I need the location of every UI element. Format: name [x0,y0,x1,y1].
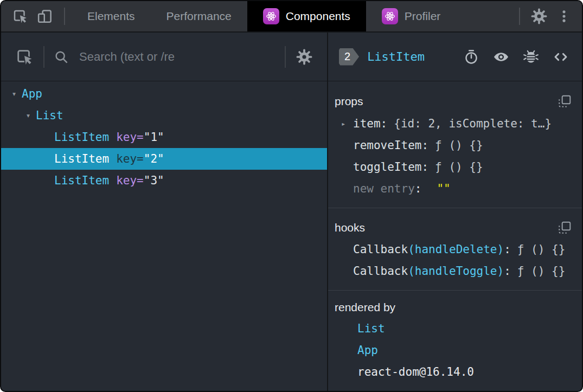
hook-row-handletoggle[interactable]: Callback(handleToggle): ƒ () {} [335,260,572,282]
colon: : [421,139,428,152]
new-entry-row[interactable]: new entry: "" [335,178,572,200]
react-logo-icon [263,8,279,24]
chevron-right-icon[interactable]: ▸ [341,119,353,128]
tab-label: Components [286,10,350,23]
toolbar-divider [519,8,520,25]
tab-components[interactable]: Components [247,1,366,31]
tree-row-listitem-1[interactable]: ListItem key= "1" [1,126,327,148]
colon: : [504,243,511,256]
prop-value: ƒ () {} [435,139,483,152]
prop-row-item[interactable]: ▸ item: {id: 2, isComplete: t…} [335,113,572,134]
component-name: List [36,109,63,122]
chevron-down-icon[interactable]: ▾ [7,89,22,99]
devtools-tab-bar: Elements Performance Components [1,1,582,33]
hook-row-handledelete[interactable]: Callback(handleDelete): ƒ () {} [335,239,572,260]
hooks-title: hooks [335,221,365,234]
gear-icon[interactable] [528,5,550,27]
tab-label: Profiler [405,10,441,23]
gear-icon[interactable] [293,46,315,68]
colon: : [415,182,422,195]
prop-row-toggleitem[interactable]: toggleItem: ƒ () {} [335,156,572,178]
key-attribute: key= [116,152,144,165]
device-toolbar-icon[interactable] [34,5,56,27]
prop-name: toggleItem [353,160,421,173]
hook-name: (handleDelete) [408,243,504,256]
tab-performance[interactable]: Performance [151,1,247,31]
prop-value: ƒ () {} [435,160,483,173]
component-name: App [22,87,42,100]
key-value: "1" [144,131,164,144]
selected-index-badge: 2 [339,48,359,66]
components-panel: ▾ App ▾ List ListItem key= "1" ListItem … [1,33,582,391]
eye-icon[interactable] [493,49,509,65]
inspect-element-icon[interactable] [9,5,31,27]
renderer-version: react-dom@16.14.0 [357,365,474,378]
tab-label: Elements [87,10,135,23]
component-tree: ▾ App ▾ List ListItem key= "1" ListItem … [1,81,327,391]
prop-name: removeItem [353,139,421,152]
stopwatch-icon[interactable] [463,49,479,65]
prop-row-removeitem[interactable]: removeItem: ƒ () {} [335,134,572,156]
key-value: "3" [144,174,164,187]
component-name: ListItem [54,152,109,165]
hook-type: Callback [353,265,408,278]
hook-value: ƒ () {} [517,265,566,278]
chevron-down-icon[interactable]: ▾ [21,111,36,120]
prop-name: item [353,117,381,130]
new-entry-value[interactable]: "" [437,182,450,195]
tree-toolbar [1,33,327,81]
rendered-by-title: rendered by [335,301,395,314]
toolbar-divider [285,46,286,68]
colon: : [504,265,511,278]
search-input[interactable] [78,49,277,65]
toolbar-divider [64,8,65,25]
selected-component-header: 2 ListItem [328,33,582,81]
toolbar-divider [43,46,44,68]
props-section: props ▸ item: {id: 2, isComplete: t…} [328,81,582,208]
colon: : [421,160,428,173]
search-icon [52,48,71,66]
tree-row-listitem-3[interactable]: ListItem key= "3" [1,170,327,191]
component-tree-panel: ▾ App ▾ List ListItem key= "1" ListItem … [1,33,328,391]
rendered-by-item-reactdom: react-dom@16.14.0 [335,361,572,383]
inspect-element-icon[interactable] [13,46,36,68]
tree-row-listitem-2-selected[interactable]: ListItem key= "2" [1,148,327,170]
component-name: ListItem [54,174,109,187]
bug-icon[interactable] [523,49,539,65]
new-entry-label: new entry [353,182,415,195]
tab-elements[interactable]: Elements [72,1,151,31]
devtools-window: Elements Performance Components [0,0,583,392]
code-icon[interactable] [553,49,569,65]
tree-row-app[interactable]: ▾ App [1,83,327,105]
react-logo-icon [382,8,398,24]
key-value: "2" [144,152,164,165]
component-name: ListItem [54,131,109,144]
key-attribute: key= [116,131,144,144]
kebab-menu-icon[interactable] [553,5,575,27]
colon: : [381,117,388,130]
prop-value: {id: 2, isComplete: t…} [394,117,552,130]
copy-icon[interactable] [557,94,572,109]
key-attribute: key= [116,174,144,187]
owner-link[interactable]: List [357,322,385,335]
selected-component-title: ListItem [367,50,425,63]
props-title: props [335,95,363,108]
rendered-by-item-app[interactable]: App [335,339,572,361]
tab-label: Performance [166,10,232,23]
hook-type: Callback [353,243,408,256]
hooks-section: hooks Callback(handleDelete): ƒ () {} Ca… [328,208,582,291]
rendered-by-section: rendered by List App react-dom@16.14.0 [328,291,582,391]
selected-component-panel: 2 ListItem [328,33,582,391]
rendered-by-item-list[interactable]: List [335,318,572,339]
owner-link[interactable]: App [357,344,378,357]
copy-icon[interactable] [557,220,572,235]
tree-row-list[interactable]: ▾ List [1,105,327,126]
hook-value: ƒ () {} [517,243,566,256]
hook-name: (handleToggle) [408,265,504,278]
tab-profiler[interactable]: Profiler [366,1,457,31]
